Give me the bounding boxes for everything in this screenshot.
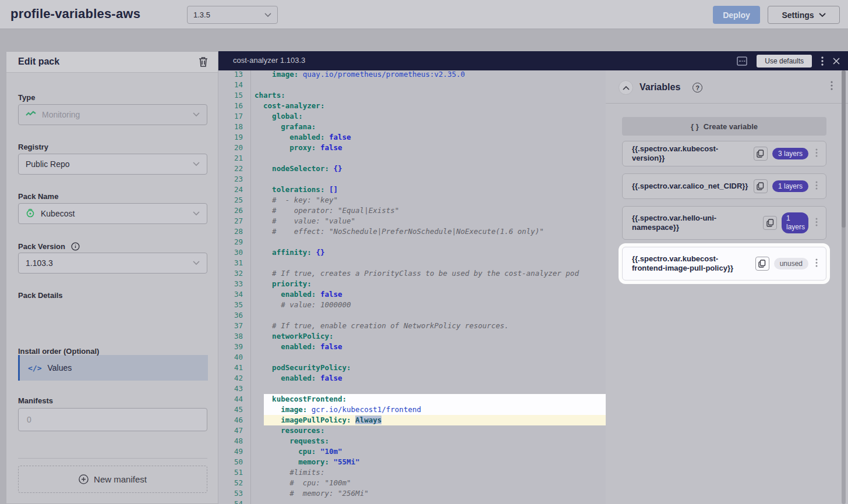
line-number: 35 — [218, 300, 243, 310]
line-content: requests: — [243, 436, 329, 446]
info-icon — [71, 242, 80, 251]
code-line: 31 — [218, 258, 606, 268]
code-line: 21 — [218, 153, 606, 164]
code-icon: </> — [28, 364, 41, 372]
code-line: 46 imagePullPolicy: Always — [218, 415, 606, 425]
code-line: 36 — [218, 310, 606, 321]
use-defaults-button[interactable]: Use defaults — [757, 55, 812, 68]
variables-panel: Variables ? { } Create variable {{.spect… — [606, 70, 848, 504]
registry-label: Registry — [18, 143, 48, 151]
line-content: proxy: false — [243, 143, 342, 153]
registry-select[interactable]: Public Repo — [18, 154, 207, 175]
copy-icon[interactable] — [763, 216, 777, 230]
variable-kebab-icon[interactable] — [813, 258, 820, 269]
pack-details-values-tab[interactable]: </> Values — [18, 355, 208, 381]
variables-kebab-icon[interactable] — [831, 81, 833, 90]
code-line: 42 enabled: false — [218, 373, 606, 384]
type-select: Monitoring — [18, 104, 207, 125]
code-line: 27 # value: "value" — [218, 216, 606, 226]
code-line: 16 cost-analyzer: — [218, 101, 606, 111]
pack-name-select[interactable]: Kubecost — [18, 203, 207, 224]
profile-version-select[interactable]: 1.3.5 — [187, 6, 278, 24]
variable-kebab-icon[interactable] — [813, 148, 820, 159]
line-content — [243, 153, 255, 164]
copy-icon[interactable] — [755, 257, 769, 271]
line-number: 18 — [218, 122, 243, 132]
line-content: # value: "value" — [243, 216, 355, 226]
line-number: 36 — [218, 310, 243, 321]
variable-kebab-icon[interactable] — [813, 218, 820, 228]
line-content: priority: — [243, 279, 312, 289]
line-number: 21 — [218, 153, 243, 164]
create-variable-button[interactable]: { } Create variable — [622, 117, 826, 136]
line-content: kubecostFrontend: — [243, 394, 347, 404]
line-number: 41 — [218, 363, 243, 373]
install-order-input[interactable] — [18, 408, 207, 431]
code-line: 41 podSecurityPolicy: — [218, 363, 606, 373]
code-line: 14 — [218, 80, 606, 90]
code-line: 30 affinity: {} — [218, 247, 606, 258]
code-line: 25 # - key: "key" — [218, 195, 606, 205]
help-icon[interactable]: ? — [692, 83, 702, 93]
delete-pack-icon[interactable] — [197, 56, 210, 69]
line-number: 17 — [218, 111, 243, 122]
variable-item[interactable]: {{.spectro.var.hello-uni-namespace}} 1 l… — [622, 206, 826, 240]
editor-title: cost-analyzer 1.103.3 — [233, 56, 305, 65]
code-line: 23 — [218, 174, 606, 184]
editor-kebab-icon[interactable] — [821, 56, 824, 66]
manifests-divider — [18, 458, 207, 459]
variable-item[interactable]: {{.spectro.var.kubecost-version}} 3 laye… — [622, 141, 826, 166]
new-manifest-button[interactable]: New manifest — [18, 466, 207, 493]
deploy-button[interactable]: Deploy — [713, 6, 760, 24]
chevron-down-icon — [193, 211, 200, 216]
variable-item[interactable]: {{.spectro.var.kubecost-frontend-image-p… — [622, 247, 826, 281]
line-content — [243, 174, 255, 184]
split-view-icon[interactable] — [737, 56, 747, 66]
line-number: 29 — [218, 237, 243, 247]
code-line: 33 priority: — [218, 279, 606, 289]
line-content: enabled: false — [243, 342, 342, 352]
line-number: 25 — [218, 195, 243, 205]
line-content: # - key: "key" — [243, 195, 338, 205]
code-line: 44 kubecostFrontend: — [218, 394, 606, 404]
variables-divider — [606, 103, 848, 104]
line-number: 52 — [218, 478, 243, 488]
line-number: 37 — [218, 321, 243, 331]
copy-icon[interactable] — [754, 179, 768, 193]
line-number: 40 — [218, 352, 243, 363]
code-line: 53 # memory: "256Mi" — [218, 488, 606, 499]
line-content: #limits: — [243, 467, 324, 478]
settings-button[interactable]: Settings — [768, 6, 840, 24]
install-order-label: Install order (Optional) — [18, 347, 99, 356]
scrollbar-track — [842, 70, 846, 504]
line-number: 19 — [218, 132, 243, 143]
line-number: 13 — [218, 70, 243, 80]
variable-name: {{.spectro.var.kubecost-frontend-image-p… — [632, 254, 751, 273]
line-number: 16 — [218, 101, 243, 111]
scrollbar-thumb[interactable] — [842, 70, 846, 228]
line-content — [243, 258, 255, 268]
variable-kebab-icon[interactable] — [813, 181, 820, 191]
code-line: 47 resources: — [218, 425, 606, 436]
line-number: 48 — [218, 436, 243, 446]
pack-version-select[interactable]: 1.103.3 — [18, 253, 207, 274]
chevron-down-icon — [193, 261, 200, 265]
copy-icon[interactable] — [754, 147, 768, 161]
line-content — [243, 237, 255, 247]
manifests-label: Manifests — [18, 396, 53, 405]
line-content — [243, 352, 255, 363]
close-icon[interactable] — [833, 58, 840, 65]
chevron-down-icon — [264, 13, 271, 17]
variable-item[interactable]: {{.spectro.var.calico_net_CIDR}} 1 layer… — [622, 173, 826, 199]
yaml-editor[interactable]: 13 image: quay.io/prometheus/prometheus:… — [218, 70, 606, 504]
line-number: 39 — [218, 342, 243, 352]
line-content: nodeSelector: {} — [243, 164, 342, 174]
code-line: 20 proxy: false — [218, 143, 606, 153]
variable-name: {{.spectro.var.kubecost-version}} — [632, 144, 749, 163]
collapse-panel-icon[interactable] — [619, 80, 633, 95]
line-number: 47 — [218, 425, 243, 436]
line-content: # effect: "NoSchedule|PreferNoSchedule|N… — [243, 226, 544, 237]
new-manifest-label: New manifest — [94, 474, 147, 484]
line-content: resources: — [243, 425, 324, 436]
line-number: 44 — [218, 394, 243, 404]
